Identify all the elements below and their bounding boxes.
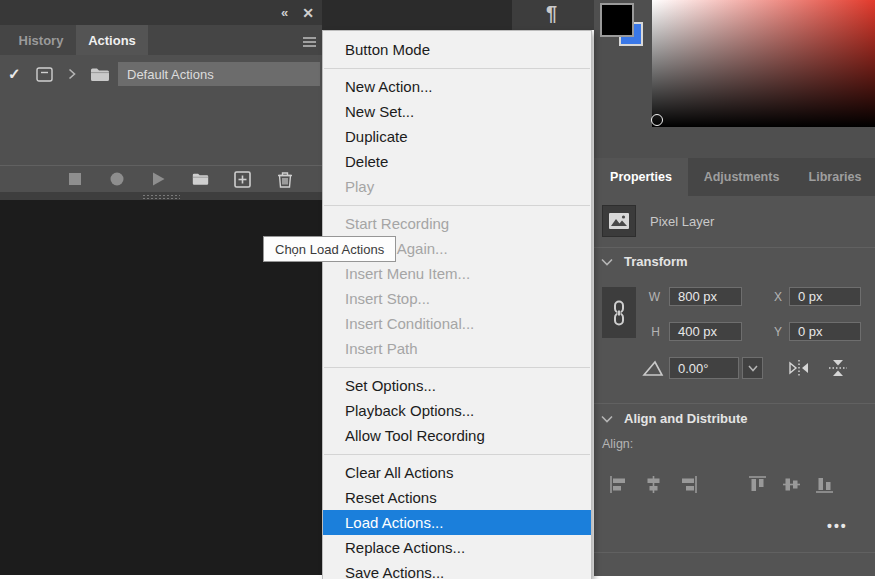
- menu-item-play: Play: [323, 174, 591, 199]
- rotate-angle-icon: [642, 359, 664, 381]
- action-set-name[interactable]: Default Actions: [118, 62, 320, 86]
- pixel-layer-icon: [602, 205, 636, 237]
- x-label: X: [766, 290, 782, 304]
- chevron-down-icon: [748, 365, 758, 372]
- properties-content: Pixel Layer Transform W 800 px X 0 px H …: [594, 196, 875, 576]
- menu-item-load-actions[interactable]: Load Actions...: [323, 510, 591, 535]
- divider: [594, 403, 875, 404]
- width-field[interactable]: 800 px: [669, 287, 742, 306]
- panel-resize-grip[interactable]: [0, 192, 322, 200]
- align-horizontal-centers-button[interactable]: [643, 474, 663, 494]
- tab-libraries[interactable]: Libraries: [795, 158, 875, 196]
- menu-separator: [324, 205, 590, 206]
- layer-type-label: Pixel Layer: [650, 214, 714, 229]
- flip-vertical-button[interactable]: [825, 356, 851, 380]
- chevron-down-icon[interactable]: [601, 415, 613, 423]
- align-bottom-edges-button[interactable]: [814, 474, 834, 494]
- menu-item-save-actions[interactable]: Save Actions...: [323, 560, 591, 579]
- menu-item-start-recording: Start Recording: [323, 211, 591, 236]
- transform-title: Transform: [624, 254, 688, 269]
- menu-item-clear-all-actions[interactable]: Clear All Actions: [323, 460, 591, 485]
- menu-item-playback-options[interactable]: Playback Options...: [323, 398, 591, 423]
- menu-item-insert-conditional: Insert Conditional...: [323, 311, 591, 336]
- menu-separator: [324, 367, 590, 368]
- menu-item-insert-menu-item: Insert Menu Item...: [323, 261, 591, 286]
- transform-section-header[interactable]: Transform: [601, 254, 688, 269]
- width-label: W: [644, 290, 660, 304]
- align-right-edges-button[interactable]: [678, 474, 698, 494]
- divider: [594, 247, 875, 248]
- panel-flyout-menu-icon[interactable]: [302, 34, 317, 52]
- chevron-down-icon[interactable]: [601, 258, 613, 266]
- panel-title-bar[interactable]: « ✕: [0, 0, 322, 25]
- menu-item-button-mode[interactable]: Button Mode: [323, 37, 591, 62]
- menu-item-new-set[interactable]: New Set...: [323, 99, 591, 124]
- layer-type-row: Pixel Layer: [602, 205, 714, 237]
- color-sample-marker[interactable]: [651, 114, 663, 126]
- align-label: Align:: [602, 437, 633, 451]
- menu-item-reset-actions[interactable]: Reset Actions: [323, 485, 591, 510]
- document-canvas-area: « ✕ History Actions ✓: [0, 0, 322, 575]
- align-left-edges-button[interactable]: [608, 474, 628, 494]
- new-action-icon[interactable]: [234, 171, 251, 188]
- x-field[interactable]: 0 px: [789, 287, 861, 306]
- menu-item-replace-actions[interactable]: Replace Actions...: [323, 535, 591, 560]
- tab-actions[interactable]: Actions: [76, 25, 148, 55]
- y-field[interactable]: 0 px: [789, 322, 861, 341]
- rotation-angle-field[interactable]: 0.00°: [669, 357, 739, 379]
- include-check-icon[interactable]: ✓: [8, 65, 30, 83]
- menu-item-allow-tool-recording[interactable]: Allow Tool Recording: [323, 423, 591, 448]
- chain-link-icon: [611, 300, 627, 326]
- foreground-color-swatch[interactable]: [600, 3, 634, 37]
- actions-toolbar: [0, 165, 322, 192]
- properties-tab-bar: Properties Adjustments Libraries: [594, 158, 875, 196]
- link-dimensions-button[interactable]: [602, 287, 636, 338]
- y-label: Y: [766, 325, 782, 339]
- color-picker-field[interactable]: [652, 0, 875, 127]
- tab-properties[interactable]: Properties: [594, 158, 688, 196]
- menu-item-duplicate[interactable]: Duplicate: [323, 124, 591, 149]
- action-set-folder-icon: [86, 67, 114, 82]
- action-set-row[interactable]: ✓ Default Actions: [8, 62, 320, 86]
- align-distribute-title: Align and Distribute: [624, 411, 748, 426]
- menu-item-insert-stop: Insert Stop...: [323, 286, 591, 311]
- tab-history[interactable]: History: [6, 25, 76, 55]
- divider: [594, 552, 875, 553]
- height-field[interactable]: 400 px: [669, 322, 742, 341]
- tool-options-strip: ¶: [512, 0, 594, 30]
- align-vertical-centers-button[interactable]: [781, 474, 801, 494]
- photoshop-screen: « ✕ History Actions ✓: [0, 0, 875, 579]
- paragraph-panel-icon[interactable]: ¶: [546, 2, 557, 25]
- menu-separator: [324, 454, 590, 455]
- expand-chevron-icon[interactable]: [58, 68, 86, 80]
- align-section-header[interactable]: Align and Distribute: [601, 411, 748, 426]
- height-label: H: [644, 325, 660, 339]
- panel-tab-bar: History Actions: [0, 25, 322, 55]
- menu-item-insert-path: Insert Path: [323, 336, 591, 361]
- align-top-edges-button[interactable]: [747, 474, 767, 494]
- actions-panel: « ✕ History Actions ✓: [0, 0, 322, 200]
- right-dock-panel: Properties Adjustments Libraries Pixel L…: [594, 0, 875, 576]
- grip-dots-icon: [142, 194, 180, 199]
- actions-flyout-menu: Button Mode New Action... New Set... Dup…: [322, 30, 592, 579]
- menu-item-set-options[interactable]: Set Options...: [323, 373, 591, 398]
- menu-item-delete[interactable]: Delete: [323, 149, 591, 174]
- more-options-button[interactable]: •••: [827, 518, 848, 534]
- collapse-panel-icon[interactable]: «: [281, 6, 288, 19]
- menu-item-new-action[interactable]: New Action...: [323, 74, 591, 99]
- flip-horizontal-button[interactable]: [786, 356, 812, 380]
- menu-separator: [324, 68, 590, 69]
- play-icon[interactable]: [150, 171, 167, 188]
- stop-icon[interactable]: [66, 171, 83, 188]
- modal-control-icon[interactable]: [30, 67, 58, 82]
- new-set-folder-icon[interactable]: [192, 171, 209, 188]
- actions-list: ✓ Default Actions: [0, 55, 322, 165]
- record-icon[interactable]: [108, 171, 125, 188]
- close-panel-icon[interactable]: ✕: [302, 6, 314, 20]
- delete-trash-icon[interactable]: [276, 171, 293, 188]
- workspace-dark-strip: [322, 0, 512, 30]
- angle-dropdown-button[interactable]: [742, 357, 763, 379]
- tab-adjustments[interactable]: Adjustments: [688, 158, 795, 196]
- tooltip-chon-load-actions: Chọn Load Actions: [263, 236, 396, 262]
